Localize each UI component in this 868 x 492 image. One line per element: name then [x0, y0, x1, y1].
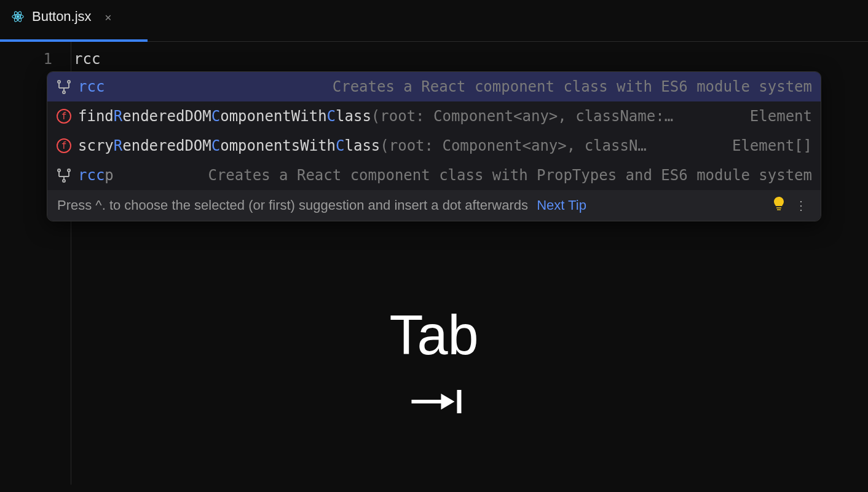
line-number: 1	[0, 48, 52, 70]
key-hint-overlay: Tab	[389, 308, 478, 416]
suggestion-label: rccp	[78, 165, 189, 185]
tab-bar: Button.jsx ✕	[0, 0, 868, 33]
suggestion-label: scryRenderedDOMComponentsWithClass(root:…	[78, 136, 714, 156]
suggestion-item[interactable]: rccpCreates a React component class with…	[47, 161, 821, 190]
suggestion-item[interactable]: rccCreates a React component class with …	[47, 72, 821, 101]
function-icon: f	[56, 138, 72, 154]
svg-point-9	[63, 180, 65, 182]
svg-point-8	[68, 169, 70, 172]
code-text: rcc	[74, 48, 100, 70]
suggestion-label: rcc	[78, 77, 314, 97]
suggestion-detail: Creates a React component class with ES6…	[320, 77, 812, 97]
svg-rect-11	[777, 209, 781, 210]
svg-marker-13	[441, 394, 454, 410]
lightbulb-icon[interactable]	[773, 196, 785, 215]
suggestion-item[interactable]: fscryRenderedDOMComponentsWithClass(root…	[47, 131, 821, 161]
react-icon	[11, 10, 25, 23]
svg-rect-10	[776, 207, 781, 208]
autocomplete-popup: rccCreates a React component class with …	[47, 71, 821, 221]
autocomplete-footer: Press ^. to choose the selected (or firs…	[47, 190, 821, 221]
svg-point-0	[17, 15, 19, 18]
suggestion-detail: Element[]	[720, 136, 812, 156]
file-tab[interactable]: Button.jsx ✕	[0, 0, 122, 33]
svg-point-6	[63, 91, 65, 93]
snippet-icon	[56, 79, 72, 95]
more-icon[interactable]: ⋮	[791, 198, 811, 213]
function-icon: f	[56, 108, 72, 124]
suggestion-item[interactable]: ffindRenderedDOMComponentWithClass(root:…	[47, 101, 821, 131]
snippet-icon	[56, 167, 72, 183]
editor[interactable]: 1 rcc rccCreates a React component class…	[0, 42, 868, 485]
svg-rect-14	[457, 390, 461, 413]
svg-point-4	[58, 81, 60, 83]
tab-key-icon	[389, 387, 478, 416]
svg-point-7	[58, 169, 60, 172]
svg-point-5	[68, 81, 70, 83]
suggestion-detail: Creates a React component class with Pro…	[195, 165, 812, 185]
next-tip-link[interactable]: Next Tip	[537, 197, 586, 213]
suggestion-label: findRenderedDOMComponentWithClass(root: …	[78, 106, 732, 126]
footer-tip-text: Press ^. to choose the selected (or firs…	[57, 197, 767, 213]
tab-filename: Button.jsx	[32, 9, 92, 25]
suggestion-detail: Element	[738, 106, 812, 126]
key-label: Tab	[389, 308, 478, 363]
close-icon[interactable]: ✕	[105, 10, 112, 23]
